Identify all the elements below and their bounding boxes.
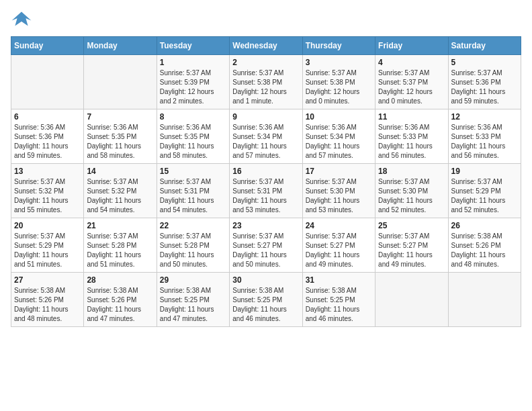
- calendar-cell: 16Sunrise: 5:37 AM Sunset: 5:31 PM Dayli…: [230, 164, 302, 218]
- weekday-header: Saturday: [448, 37, 521, 55]
- weekday-header-row: SundayMondayTuesdayWednesdayThursdayFrid…: [11, 37, 521, 55]
- day-info: Sunrise: 5:36 AM Sunset: 5:35 PM Dayligh…: [160, 123, 226, 161]
- calendar-cell: [84, 55, 157, 109]
- day-number: 22: [160, 221, 226, 230]
- calendar-cell: [375, 273, 448, 327]
- day-info: Sunrise: 5:36 AM Sunset: 5:35 PM Dayligh…: [87, 123, 153, 161]
- day-number: 9: [232, 112, 299, 122]
- page-header: [11, 11, 521, 30]
- day-info: Sunrise: 5:37 AM Sunset: 5:27 PM Dayligh…: [306, 232, 372, 269]
- day-number: 20: [14, 221, 81, 230]
- calendar-cell: 2Sunrise: 5:37 AM Sunset: 5:38 PM Daylig…: [230, 55, 302, 109]
- calendar-cell: 27Sunrise: 5:38 AM Sunset: 5:26 PM Dayli…: [11, 273, 84, 327]
- calendar-cell: 21Sunrise: 5:37 AM Sunset: 5:28 PM Dayli…: [84, 218, 157, 273]
- day-info: Sunrise: 5:37 AM Sunset: 5:29 PM Dayligh…: [14, 232, 81, 269]
- day-info: Sunrise: 5:37 AM Sunset: 5:38 PM Dayligh…: [306, 68, 372, 106]
- calendar-cell: 8Sunrise: 5:36 AM Sunset: 5:35 PM Daylig…: [157, 109, 229, 164]
- calendar-week-row: 6Sunrise: 5:36 AM Sunset: 5:36 PM Daylig…: [11, 109, 521, 164]
- day-number: 13: [14, 167, 81, 176]
- weekday-header: Friday: [375, 37, 448, 55]
- logo-bird-icon: [11, 11, 32, 30]
- weekday-header: Tuesday: [157, 37, 229, 55]
- day-number: 31: [306, 275, 372, 285]
- day-info: Sunrise: 5:37 AM Sunset: 5:32 PM Dayligh…: [87, 177, 153, 215]
- day-number: 7: [87, 112, 153, 122]
- day-info: Sunrise: 5:38 AM Sunset: 5:25 PM Dayligh…: [306, 286, 372, 324]
- calendar-cell: [11, 55, 84, 109]
- calendar-cell: 3Sunrise: 5:37 AM Sunset: 5:38 PM Daylig…: [302, 55, 375, 109]
- calendar-cell: 30Sunrise: 5:38 AM Sunset: 5:25 PM Dayli…: [230, 273, 302, 327]
- calendar-cell: 19Sunrise: 5:37 AM Sunset: 5:29 PM Dayli…: [448, 164, 521, 218]
- calendar-week-row: 13Sunrise: 5:37 AM Sunset: 5:32 PM Dayli…: [11, 164, 521, 218]
- day-number: 8: [160, 112, 226, 122]
- day-number: 23: [232, 221, 299, 230]
- weekday-header: Sunday: [11, 37, 84, 55]
- calendar-cell: 20Sunrise: 5:37 AM Sunset: 5:29 PM Dayli…: [11, 218, 84, 273]
- calendar-cell: 7Sunrise: 5:36 AM Sunset: 5:35 PM Daylig…: [84, 109, 157, 164]
- calendar-cell: 28Sunrise: 5:38 AM Sunset: 5:26 PM Dayli…: [84, 273, 157, 327]
- calendar-cell: 31Sunrise: 5:38 AM Sunset: 5:25 PM Dayli…: [302, 273, 375, 327]
- weekday-header: Thursday: [302, 37, 375, 55]
- day-info: Sunrise: 5:37 AM Sunset: 5:39 PM Dayligh…: [160, 68, 226, 106]
- calendar-cell: 26Sunrise: 5:38 AM Sunset: 5:26 PM Dayli…: [448, 218, 521, 273]
- day-info: Sunrise: 5:37 AM Sunset: 5:28 PM Dayligh…: [87, 232, 153, 269]
- calendar-cell: 10Sunrise: 5:36 AM Sunset: 5:34 PM Dayli…: [302, 109, 375, 164]
- calendar-cell: 17Sunrise: 5:37 AM Sunset: 5:30 PM Dayli…: [302, 164, 375, 218]
- day-number: 1: [160, 58, 226, 67]
- day-info: Sunrise: 5:37 AM Sunset: 5:29 PM Dayligh…: [451, 177, 518, 215]
- day-info: Sunrise: 5:37 AM Sunset: 5:38 PM Dayligh…: [232, 68, 299, 106]
- day-number: 2: [232, 58, 299, 67]
- calendar-cell: 24Sunrise: 5:37 AM Sunset: 5:27 PM Dayli…: [302, 218, 375, 273]
- day-info: Sunrise: 5:37 AM Sunset: 5:31 PM Dayligh…: [232, 177, 299, 215]
- day-info: Sunrise: 5:36 AM Sunset: 5:33 PM Dayligh…: [378, 123, 445, 161]
- calendar-cell: 22Sunrise: 5:37 AM Sunset: 5:28 PM Dayli…: [157, 218, 229, 273]
- calendar-cell: 4Sunrise: 5:37 AM Sunset: 5:37 PM Daylig…: [375, 55, 448, 109]
- day-info: Sunrise: 5:38 AM Sunset: 5:25 PM Dayligh…: [232, 286, 299, 324]
- day-info: Sunrise: 5:38 AM Sunset: 5:26 PM Dayligh…: [451, 232, 518, 269]
- weekday-header: Wednesday: [230, 37, 302, 55]
- weekday-header: Monday: [84, 37, 157, 55]
- day-info: Sunrise: 5:38 AM Sunset: 5:26 PM Dayligh…: [14, 286, 81, 324]
- day-info: Sunrise: 5:37 AM Sunset: 5:36 PM Dayligh…: [451, 68, 518, 106]
- calendar-week-row: 1Sunrise: 5:37 AM Sunset: 5:39 PM Daylig…: [11, 55, 521, 109]
- day-info: Sunrise: 5:36 AM Sunset: 5:33 PM Dayligh…: [451, 123, 518, 161]
- day-number: 21: [87, 221, 153, 230]
- day-info: Sunrise: 5:37 AM Sunset: 5:30 PM Dayligh…: [306, 177, 372, 215]
- calendar-cell: 1Sunrise: 5:37 AM Sunset: 5:39 PM Daylig…: [157, 55, 229, 109]
- day-number: 25: [378, 221, 445, 230]
- day-number: 6: [14, 112, 81, 122]
- day-number: 4: [378, 58, 445, 67]
- day-number: 29: [160, 275, 226, 285]
- calendar-cell: 14Sunrise: 5:37 AM Sunset: 5:32 PM Dayli…: [84, 164, 157, 218]
- logo: [11, 11, 35, 30]
- svg-marker-0: [12, 12, 32, 26]
- day-number: 12: [451, 112, 518, 122]
- day-info: Sunrise: 5:38 AM Sunset: 5:25 PM Dayligh…: [160, 286, 226, 324]
- day-number: 15: [160, 167, 226, 176]
- day-number: 14: [87, 167, 153, 176]
- day-info: Sunrise: 5:37 AM Sunset: 5:37 PM Dayligh…: [378, 68, 445, 106]
- day-info: Sunrise: 5:37 AM Sunset: 5:27 PM Dayligh…: [378, 232, 445, 269]
- day-info: Sunrise: 5:37 AM Sunset: 5:28 PM Dayligh…: [160, 232, 226, 269]
- day-info: Sunrise: 5:36 AM Sunset: 5:34 PM Dayligh…: [232, 123, 299, 161]
- day-info: Sunrise: 5:37 AM Sunset: 5:31 PM Dayligh…: [160, 177, 226, 215]
- calendar-cell: 5Sunrise: 5:37 AM Sunset: 5:36 PM Daylig…: [448, 55, 521, 109]
- day-info: Sunrise: 5:38 AM Sunset: 5:26 PM Dayligh…: [87, 286, 153, 324]
- day-number: 27: [14, 275, 81, 285]
- calendar-cell: 23Sunrise: 5:37 AM Sunset: 5:27 PM Dayli…: [230, 218, 302, 273]
- calendar-cell: 9Sunrise: 5:36 AM Sunset: 5:34 PM Daylig…: [230, 109, 302, 164]
- calendar-cell: 11Sunrise: 5:36 AM Sunset: 5:33 PM Dayli…: [375, 109, 448, 164]
- calendar-cell: 13Sunrise: 5:37 AM Sunset: 5:32 PM Dayli…: [11, 164, 84, 218]
- day-number: 19: [451, 167, 518, 176]
- calendar-cell: 15Sunrise: 5:37 AM Sunset: 5:31 PM Dayli…: [157, 164, 229, 218]
- day-number: 3: [306, 58, 372, 67]
- day-number: 17: [306, 167, 372, 176]
- day-info: Sunrise: 5:37 AM Sunset: 5:30 PM Dayligh…: [378, 177, 445, 215]
- day-number: 16: [232, 167, 299, 176]
- calendar-cell: [448, 273, 521, 327]
- day-number: 18: [378, 167, 445, 176]
- calendar-cell: 29Sunrise: 5:38 AM Sunset: 5:25 PM Dayli…: [157, 273, 229, 327]
- day-number: 5: [451, 58, 518, 67]
- day-number: 11: [378, 112, 445, 122]
- calendar-cell: 18Sunrise: 5:37 AM Sunset: 5:30 PM Dayli…: [375, 164, 448, 218]
